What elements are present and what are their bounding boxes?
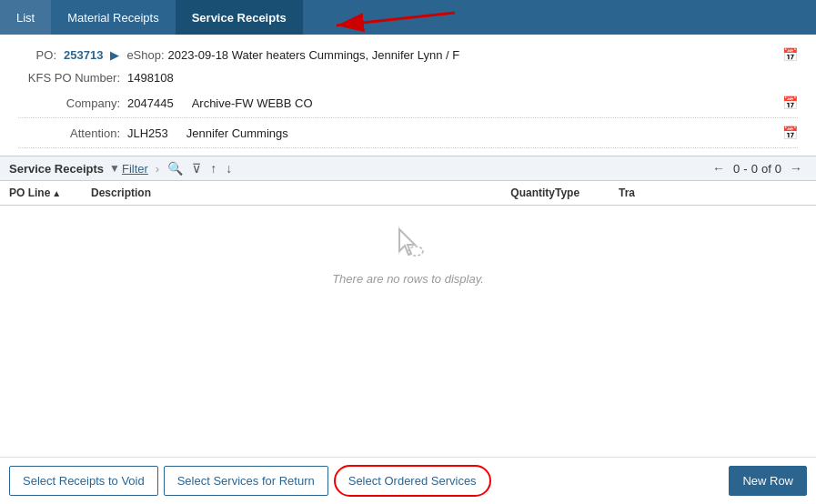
new-row-button[interactable]: New Row [729, 466, 807, 496]
nav-material-receipts[interactable]: Material Receipts [51, 0, 175, 35]
company-calendar-icon[interactable]: 📅 [782, 96, 798, 110]
po-label: PO: [18, 48, 64, 62]
page-right-icon[interactable]: → [787, 161, 805, 176]
empty-state-text: There are no rows to display. [332, 272, 484, 286]
eshop-label: eShop: [126, 48, 164, 62]
toolbar-sep-1: › [156, 162, 159, 176]
kfs-row: KFS PO Number: 1498108 [18, 71, 798, 85]
grid-toolbar: Service Receipts ▼ Filter › 🔍 ⊽ ↑ ↓ ← 0 … [0, 156, 816, 181]
top-nav: List Material Receipts Service Receipts [0, 0, 816, 35]
attention-row: Attention: JLH253 Jennifer Cummings 📅 [18, 126, 798, 148]
funnel-icon[interactable]: ⊽ [189, 161, 204, 176]
select-receipts-void-button[interactable]: Select Receipts to Void [9, 466, 158, 496]
attention-label: Attention: [18, 126, 127, 140]
page-from: 0 [733, 162, 740, 176]
grid-title: Service Receipts [9, 162, 104, 176]
select-services-return-button[interactable]: Select Services for Return [164, 466, 328, 496]
col-header-tra[interactable]: Tra [619, 186, 807, 199]
company-name: Archive-FW WEBB CO [192, 96, 782, 110]
attention-calendar-icon[interactable]: 📅 [782, 126, 798, 140]
filter-funnel-icon: ▼ [109, 162, 120, 175]
po-description: 2023-09-18 Water heaters Cummings, Jenni… [168, 48, 460, 62]
page-dash: - [743, 162, 747, 176]
po-number[interactable]: 253713 [64, 48, 103, 62]
page-of: of [761, 162, 771, 176]
po-expand-arrow[interactable]: ▶ [110, 48, 119, 62]
nav-service-receipts[interactable]: Service Receipts [176, 0, 303, 35]
attention-code: JLH253 [127, 126, 168, 140]
page-total: 0 [775, 162, 781, 176]
nav-list[interactable]: List [0, 0, 51, 35]
search-icon[interactable]: 🔍 [165, 161, 186, 176]
empty-state-icon [390, 224, 427, 267]
sort-down-icon[interactable]: ↓ [223, 161, 235, 176]
bottom-bar: Select Receipts to Void Select Services … [0, 457, 816, 504]
kfs-label: KFS PO Number: [18, 71, 127, 85]
col-header-poline[interactable]: PO Line▲ [9, 186, 91, 199]
company-label: Company: [18, 96, 127, 110]
grid-body: There are no rows to display. [0, 206, 816, 304]
pagination: ← 0 - 0 of 0 → [708, 161, 807, 176]
po-row: PO: 253713 ▶ eShop: 2023-09-18 Water hea… [18, 47, 798, 62]
company-row: Company: 2047445 Archive-FW WEBB CO 📅 [18, 96, 798, 118]
company-code: 2047445 [127, 96, 174, 110]
col-header-description[interactable]: Description [91, 186, 473, 199]
attention-name: Jennifer Cummings [186, 126, 782, 140]
select-ordered-services-button[interactable]: Select Ordered Services [334, 465, 491, 497]
page-to: 0 [751, 162, 758, 176]
filter-link[interactable]: Filter [122, 162, 148, 176]
col-header-type[interactable]: Type [555, 186, 619, 199]
grid-header: PO Line▲ Description Quantity Type Tra [0, 181, 816, 206]
col-header-quantity[interactable]: Quantity [473, 186, 555, 199]
form-area: PO: 253713 ▶ eShop: 2023-09-18 Water hea… [0, 35, 816, 148]
poline-sort-icon: ▲ [52, 188, 61, 198]
sort-up-icon[interactable]: ↑ [207, 161, 219, 176]
kfs-value: 1498108 [127, 71, 174, 85]
po-calendar-icon[interactable]: 📅 [782, 47, 798, 62]
page-left-icon[interactable]: ← [710, 161, 728, 176]
